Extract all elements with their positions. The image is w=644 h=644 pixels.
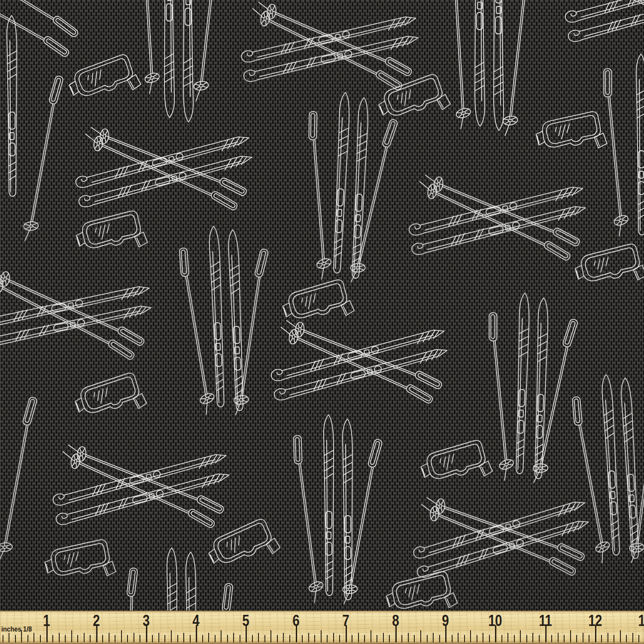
ruler-tick <box>583 633 583 642</box>
motif-pole <box>501 0 533 137</box>
motif-pole <box>121 568 138 611</box>
ruler-tick <box>539 635 540 642</box>
ruler-tick <box>302 635 303 642</box>
motif-pole <box>21 74 64 243</box>
ruler-tick <box>90 635 91 642</box>
ruler-tick <box>477 635 477 642</box>
ruler-tick <box>15 635 16 642</box>
ruler-tick <box>632 633 633 642</box>
ruler-tick <box>46 625 48 642</box>
ruler-tick <box>9 633 9 642</box>
ruler-tick <box>121 630 122 642</box>
ruler-tick <box>233 633 234 642</box>
ruler-tick <box>483 633 483 642</box>
motif-goggles <box>280 278 355 326</box>
motif-goggles <box>74 210 148 255</box>
ruler-tick <box>146 625 147 642</box>
ruler-tick <box>40 635 41 642</box>
ruler-tick <box>258 633 259 642</box>
ruler-tick <box>608 633 608 642</box>
ruler-tick <box>395 625 397 642</box>
ruler-tick <box>264 635 265 642</box>
ruler-tick <box>595 625 596 642</box>
ruler-tick <box>452 635 453 642</box>
motif-pole <box>0 0 84 39</box>
ruler-tick <box>364 635 365 642</box>
ruler-tick <box>495 625 496 642</box>
motif-crossed <box>410 488 592 583</box>
ski-pattern-layer <box>0 0 644 611</box>
motif-skiset <box>291 90 400 286</box>
ruler-tick <box>327 635 328 642</box>
ruler-tick <box>570 630 571 642</box>
ruler-tick <box>215 635 216 642</box>
motif-skiset <box>169 224 274 419</box>
motif-pole <box>0 0 74 58</box>
ruler-tick <box>414 635 415 642</box>
ruler-tick <box>626 635 627 642</box>
motif-goggles <box>204 516 281 572</box>
ruler-tick <box>270 630 271 642</box>
ruler-tick <box>551 635 552 642</box>
ruler-tick <box>27 635 28 642</box>
ruler-tick <box>371 630 371 642</box>
ruler-tick <box>252 635 253 642</box>
ruler-tick <box>501 635 502 642</box>
motif-skis <box>167 548 196 611</box>
motif-crossed <box>52 441 231 529</box>
ruler-tick <box>283 633 284 642</box>
ruler-tick <box>321 630 322 642</box>
ski-pattern-motifs <box>0 0 644 611</box>
ruler-tick <box>314 635 315 642</box>
ruler-tick <box>134 633 134 642</box>
ruler-tick <box>171 630 172 642</box>
ruler-tick <box>352 635 352 642</box>
motif-skis <box>164 0 193 122</box>
ruler-tick <box>439 635 440 642</box>
ruler-tick <box>52 635 53 642</box>
ruler-unit-label: inches 1/8 <box>1 626 32 633</box>
ruler-tick <box>190 635 191 642</box>
ruler-tick <box>227 635 228 642</box>
ruler-tick <box>71 630 72 642</box>
ruler-tick <box>84 633 85 642</box>
ruler-tick <box>470 630 471 642</box>
motif-crossed <box>75 123 254 211</box>
motif-goggles <box>65 52 142 104</box>
ruler-tick <box>96 625 97 642</box>
fabric-weave-background <box>0 0 644 611</box>
ruler-tick <box>520 630 521 642</box>
ruler-tick <box>127 635 128 642</box>
motif-goggles <box>418 438 493 486</box>
inch-ruler: inches 1/8 12345678910111213 <box>0 611 644 644</box>
ruler-tick <box>420 630 421 642</box>
ruler-tick <box>164 635 165 642</box>
ruler-tick <box>614 635 614 642</box>
ruler-tick <box>77 635 78 642</box>
motif-crossed <box>0 264 155 362</box>
ruler-tick <box>558 633 559 642</box>
ruler-number: 13 <box>638 612 644 630</box>
motif-pole <box>595 68 632 237</box>
motif-goggles <box>534 110 607 154</box>
ruler-tick <box>564 635 565 642</box>
motif-skis <box>636 54 644 239</box>
motif-pole <box>216 583 233 611</box>
motif-goggles <box>375 72 451 124</box>
ruler-tick <box>638 635 639 642</box>
ruler-tick <box>427 635 428 642</box>
ruler-tick <box>65 635 66 642</box>
motif-crossed <box>564 0 644 46</box>
motif-crossed <box>407 171 588 262</box>
ruler-tick <box>109 633 109 642</box>
ruler-tick <box>59 633 60 642</box>
ruler-tick <box>589 635 589 642</box>
ruler-tick <box>246 625 247 642</box>
ruler-tick <box>158 633 159 642</box>
ruler-tick <box>532 633 533 642</box>
motif-pole <box>192 0 224 102</box>
ruler-tick <box>152 635 153 642</box>
ruler-tick <box>620 630 621 642</box>
ruler-tick <box>358 633 359 642</box>
ruler-tick <box>445 625 447 642</box>
